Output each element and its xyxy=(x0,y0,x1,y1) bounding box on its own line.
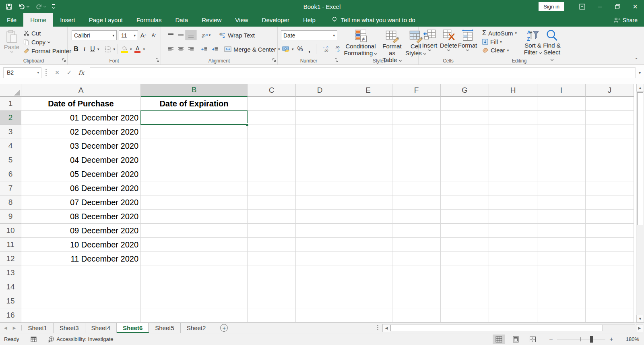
align-left-button[interactable] xyxy=(166,44,176,54)
cell-i4[interactable] xyxy=(537,139,586,153)
row-header-10[interactable]: 10 xyxy=(0,224,21,238)
format-cells-dropdown-icon[interactable] xyxy=(466,48,469,51)
cell-f16[interactable] xyxy=(392,308,441,322)
cell-a7[interactable]: 06 December 2020 xyxy=(21,181,141,195)
cell-d6[interactable] xyxy=(296,167,344,181)
cell-i15[interactable] xyxy=(537,294,586,308)
number-format-combo[interactable]: Date▾ xyxy=(281,30,337,40)
scroll-right-icon[interactable]: ▶ xyxy=(636,324,643,332)
cell-d9[interactable] xyxy=(296,210,344,224)
bottom-align-button[interactable] xyxy=(186,30,196,40)
autosum-dropdown-icon[interactable]: ▾ xyxy=(515,31,517,35)
cell-b10[interactable] xyxy=(141,224,248,238)
vertical-scrollbar[interactable]: ▲ ▼ xyxy=(636,84,644,322)
font-color-dropdown-icon[interactable]: ▾ xyxy=(143,47,145,51)
cell-d10[interactable] xyxy=(296,224,344,238)
cell-j16[interactable] xyxy=(586,308,634,322)
row-header-13[interactable]: 13 xyxy=(0,266,21,280)
ribbon-display-options-button[interactable] xyxy=(573,0,591,13)
cell-e8[interactable] xyxy=(344,195,392,210)
accessibility-status[interactable]: Accessibility: Investigate xyxy=(48,336,114,343)
cell-h9[interactable] xyxy=(489,210,537,224)
clear-dropdown-icon[interactable]: ▾ xyxy=(507,48,509,52)
align-center-button[interactable] xyxy=(176,44,186,54)
sheet-tab-sheet2[interactable]: Sheet2 xyxy=(181,323,213,333)
sheet-tab-sheet3[interactable]: Sheet3 xyxy=(54,323,85,333)
column-header-f[interactable]: F xyxy=(392,84,441,97)
increase-decimal-button[interactable]: ←.0.00 xyxy=(319,46,328,52)
cell-c6[interactable] xyxy=(248,167,296,181)
cell-g5[interactable] xyxy=(441,153,489,167)
cell-h14[interactable] xyxy=(489,280,537,294)
tell-me-box[interactable]: Tell me what you want to do xyxy=(331,13,415,27)
sort-filter-button[interactable]: AZ Sort &Filter xyxy=(524,29,542,62)
restore-button[interactable] xyxy=(609,0,626,13)
cell-a12[interactable]: 11 December 2020 xyxy=(21,252,141,266)
cell-c14[interactable] xyxy=(248,280,296,294)
cell-a11[interactable]: 10 December 2020 xyxy=(21,238,141,252)
font-size-dropdown-icon[interactable]: ▾ xyxy=(134,33,136,37)
tab-view[interactable]: View xyxy=(228,13,255,27)
enter-button[interactable]: ✓ xyxy=(63,67,75,78)
cell-j12[interactable] xyxy=(586,252,634,266)
cell-f6[interactable] xyxy=(392,167,441,181)
cell-b16[interactable] xyxy=(141,308,248,322)
insert-cells-dropdown-icon[interactable] xyxy=(428,48,431,51)
cell-b7[interactable] xyxy=(141,181,248,195)
tab-developer[interactable]: Developer xyxy=(255,13,296,27)
cell-d15[interactable] xyxy=(296,294,344,308)
cell-c4[interactable] xyxy=(248,139,296,153)
cell-j14[interactable] xyxy=(586,280,634,294)
insert-function-button[interactable]: fx xyxy=(75,67,87,78)
cell-j7[interactable] xyxy=(586,181,634,195)
cell-h5[interactable] xyxy=(489,153,537,167)
row-header-11[interactable]: 11 xyxy=(0,238,21,252)
borders-dropdown-icon[interactable]: ▾ xyxy=(114,47,116,51)
cell-i12[interactable] xyxy=(537,252,586,266)
new-sheet-button[interactable]: + xyxy=(220,324,228,332)
column-header-a[interactable]: A xyxy=(21,84,141,97)
row-header-4[interactable]: 4 xyxy=(0,139,21,153)
row-header-9[interactable]: 9 xyxy=(0,210,21,224)
cell-e14[interactable] xyxy=(344,280,392,294)
accounting-dropdown-icon[interactable]: ▾ xyxy=(292,47,294,51)
cell-b6[interactable] xyxy=(141,167,248,181)
tab-home[interactable]: Home xyxy=(23,13,53,27)
cell-c7[interactable] xyxy=(248,181,296,195)
save-icon[interactable] xyxy=(6,3,12,10)
font-color-button[interactable]: A xyxy=(133,44,142,54)
cell-e4[interactable] xyxy=(344,139,392,153)
cell-h11[interactable] xyxy=(489,238,537,252)
cell-i16[interactable] xyxy=(537,308,586,322)
cell-j8[interactable] xyxy=(586,195,634,210)
paste-button[interactable]: Paste xyxy=(3,30,20,53)
cell-e11[interactable] xyxy=(344,238,392,252)
cell-g4[interactable] xyxy=(441,139,489,153)
cell-f2[interactable] xyxy=(392,111,441,125)
cell-i1[interactable] xyxy=(537,97,586,111)
zoom-slider[interactable] xyxy=(557,335,605,343)
sheet-nav-left-icon[interactable]: ◀ xyxy=(4,326,7,330)
cell-e12[interactable] xyxy=(344,252,392,266)
italic-button[interactable]: I xyxy=(80,44,89,54)
page-layout-view-button[interactable] xyxy=(510,335,522,344)
cell-b12[interactable] xyxy=(141,252,248,266)
cell-d11[interactable] xyxy=(296,238,344,252)
horizontal-scrollbar-thumb[interactable] xyxy=(390,325,603,331)
cell-c1[interactable] xyxy=(248,97,296,111)
cell-e10[interactable] xyxy=(344,224,392,238)
cell-b13[interactable] xyxy=(141,266,248,280)
insert-cells-button[interactable]: Insert xyxy=(420,29,439,52)
wrap-text-button[interactable]: ab Wrap Text xyxy=(219,32,255,39)
cell-i8[interactable] xyxy=(537,195,586,210)
redo-button[interactable] xyxy=(35,4,46,10)
sheet-tab-sheet5[interactable]: Sheet5 xyxy=(149,323,181,333)
cell-f4[interactable] xyxy=(392,139,441,153)
row-header-2[interactable]: 2 xyxy=(0,111,21,125)
cell-a13[interactable] xyxy=(21,266,141,280)
cell-g7[interactable] xyxy=(441,181,489,195)
cell-h8[interactable] xyxy=(489,195,537,210)
cell-a8[interactable]: 07 December 2020 xyxy=(21,195,141,210)
row-header-8[interactable]: 8 xyxy=(0,195,21,210)
cancel-button[interactable]: × xyxy=(51,67,63,78)
